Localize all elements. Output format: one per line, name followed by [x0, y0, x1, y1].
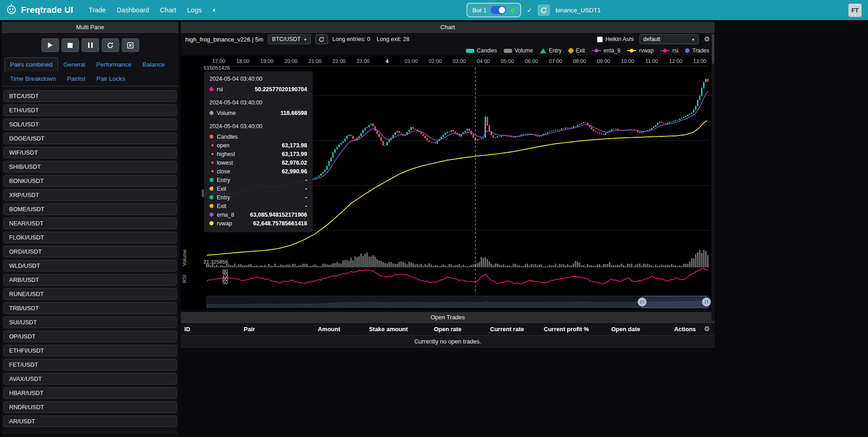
pair-list-item-trb-usdt[interactable]: TRB/USDT	[4, 302, 177, 314]
pair-list-item-ar-usdt[interactable]: AR/USDT	[4, 416, 177, 427]
tab-pairs-combined[interactable]: Pairs combined	[5, 57, 58, 72]
bot-selector[interactable]: Bot 1	[466, 3, 522, 17]
legend-label: rsi	[672, 47, 678, 54]
tooltip-value: -	[305, 194, 307, 201]
pair-list-item-bome-usdt[interactable]: BOME/USDT	[4, 203, 177, 215]
nav-item-trade[interactable]: Trade	[84, 4, 110, 16]
legend-marker-rect	[466, 49, 474, 53]
tab-general[interactable]: General	[58, 57, 91, 72]
stop-button[interactable]	[62, 38, 79, 52]
legend-marker-diamond	[568, 47, 574, 54]
pair-list-item-sol-usdt[interactable]: SOL/USDT	[4, 119, 177, 130]
svg-text:12:00: 12:00	[669, 58, 682, 64]
pair-list-item-xrp-usdt[interactable]: XRP/USDT	[4, 189, 177, 201]
nav-item-logs[interactable]: Logs	[183, 4, 206, 16]
pair-list-item-fet-usdt[interactable]: FET/USDT	[4, 359, 177, 370]
chart-scrollbar[interactable]	[711, 33, 715, 321]
nav-item-dashboard[interactable]: Dashboard	[112, 4, 154, 16]
pair-list-item-ethfi-usdt[interactable]: ETHFI/USDT	[4, 345, 177, 356]
pair-list-item-near-usdt[interactable]: NEAR/USDT	[4, 218, 177, 229]
pair-select[interactable]: BTC/USDT ▾	[268, 34, 311, 44]
volume-series	[206, 250, 709, 267]
legend-label: ema_8	[604, 47, 621, 54]
pair-list-item-floki-usdt[interactable]: FLOKI/USDT	[4, 232, 177, 243]
bot-online-toggle[interactable]	[491, 6, 506, 14]
nav-item-chart[interactable]: Chart	[156, 4, 181, 16]
pair-list-item-ordi-usdt[interactable]: ORDI/USDT	[4, 246, 177, 257]
series-dot-icon	[211, 161, 214, 164]
chart-settings-gear-icon[interactable]: ⚙	[704, 35, 710, 43]
chart-region[interactable]: 17:0018:0019:0020:0021:0022:0023:00401:0…	[181, 56, 715, 309]
tooltip-label: rsi	[217, 86, 251, 93]
pair-list-item-arb-usdt[interactable]: ARB/USDT	[4, 274, 177, 286]
reload-config-button[interactable]	[102, 38, 119, 52]
legend-item-rsi[interactable]: rsi	[660, 47, 678, 54]
series-dot-icon	[209, 195, 214, 199]
heikin-ashi-label: Heikin Ashi	[606, 36, 634, 42]
pair-list-item-wif-usdt[interactable]: WIF/USDT	[4, 147, 177, 158]
legend-item-exit[interactable]: Exit	[569, 47, 585, 54]
datazoom-window[interactable]	[642, 296, 706, 308]
tooltip-label: lowest	[217, 160, 278, 166]
svg-text:23:00: 23:00	[356, 58, 370, 64]
tab-balance[interactable]: Balance	[137, 57, 170, 72]
pair-list-item-eth-usdt[interactable]: ETH/USDT	[4, 104, 177, 116]
tab-time-breakdown[interactable]: Time Breakdown	[5, 72, 62, 86]
tab-performance[interactable]: Performance	[91, 57, 137, 72]
reload-icon	[107, 42, 114, 49]
series-dot-icon	[209, 135, 214, 139]
tooltip-value: 62,990.96	[282, 168, 307, 175]
table-settings-gear-icon[interactable]: ⚙	[704, 325, 710, 333]
svg-text:08:00: 08:00	[573, 58, 586, 64]
exchange-label: binance_USDT1	[555, 7, 601, 14]
pair-list-item-wld-usdt[interactable]: WLD/USDT	[4, 260, 177, 271]
start-button[interactable]	[42, 38, 59, 52]
legend-item-rvwap[interactable]: rvwap	[627, 47, 654, 54]
tooltip-label: open	[217, 142, 278, 149]
legend-item-entry[interactable]: Entry	[540, 47, 562, 54]
pair-list-item-hbar-usdt[interactable]: HBAR/USDT	[4, 387, 177, 399]
legend-item-volume[interactable]: Volume	[504, 47, 533, 54]
tooltip-row-exit: Exit-	[209, 202, 307, 210]
pair-list-item-rndr-usdt[interactable]: RNDR/USDT	[4, 401, 177, 413]
svg-text:21.325856: 21.325856	[204, 259, 228, 265]
datazoom-handle-right[interactable]	[702, 298, 711, 307]
force-exit-button[interactable]	[122, 38, 139, 52]
pair-list-item-bonk-usdt[interactable]: BONK/USDT	[4, 175, 177, 187]
theme-toggle-icon[interactable]: ◐	[211, 6, 219, 14]
datazoom-slider[interactable]	[207, 296, 711, 308]
tooltip-label: Exit	[217, 203, 302, 209]
multi-pane-tabs: Pairs combinedGeneralPerformanceBalanceT…	[2, 57, 178, 86]
pause-icon	[88, 42, 93, 48]
refresh-chart-button[interactable]	[315, 34, 328, 44]
tooltip-value: -	[305, 203, 307, 209]
chart-panel-title: Chart	[181, 22, 715, 33]
tab-pair-locks[interactable]: Pair Locks	[91, 72, 131, 86]
avatar[interactable]: FT	[848, 4, 862, 17]
pair-list-item-rune-usdt[interactable]: RUNE/USDT	[4, 288, 177, 300]
plot-config-select[interactable]: default ▾	[639, 34, 699, 44]
scrollbar-thumb[interactable]	[712, 34, 714, 64]
datazoom-handle-left[interactable]	[638, 298, 647, 307]
navbar: Freqtrade UI TradeDashboardChartLogs ◐ B…	[0, 0, 868, 20]
heikin-ashi-toggle[interactable]: Heikin Ashi	[597, 36, 634, 42]
legend-label: Exit	[576, 47, 585, 54]
pause-button[interactable]	[82, 38, 99, 52]
refresh-bots-button[interactable]	[538, 5, 550, 16]
legend-item-trades[interactable]: Trades	[685, 47, 709, 54]
svg-text:09:00: 09:00	[597, 58, 610, 64]
legend-item-candles[interactable]: Candles	[466, 47, 497, 54]
pair-list-item-op-usdt[interactable]: OP/USDT	[4, 331, 177, 342]
pair-list-item-doge-usdt[interactable]: DOGE/USDT	[4, 133, 177, 144]
pair-list-item-btc-usdt[interactable]: BTC/USDT	[4, 90, 177, 102]
heikin-ashi-checkbox[interactable]	[597, 36, 603, 42]
legend-marker-line	[660, 48, 669, 53]
pair-list-item-sui-usdt[interactable]: SUI/USDT	[4, 317, 177, 328]
legend-item-ema-8[interactable]: ema_8	[592, 47, 621, 54]
pair-list-item-avax-usdt[interactable]: AVAX/USDT	[4, 373, 177, 385]
brand[interactable]: Freqtrade UI	[5, 3, 73, 17]
tab-pairlist[interactable]: Pairlist	[62, 72, 91, 86]
bot-status-dot	[510, 8, 515, 13]
pair-list-item-shib-usdt[interactable]: SHIB/USDT	[4, 161, 177, 172]
svg-text:03:00: 03:00	[453, 58, 466, 64]
